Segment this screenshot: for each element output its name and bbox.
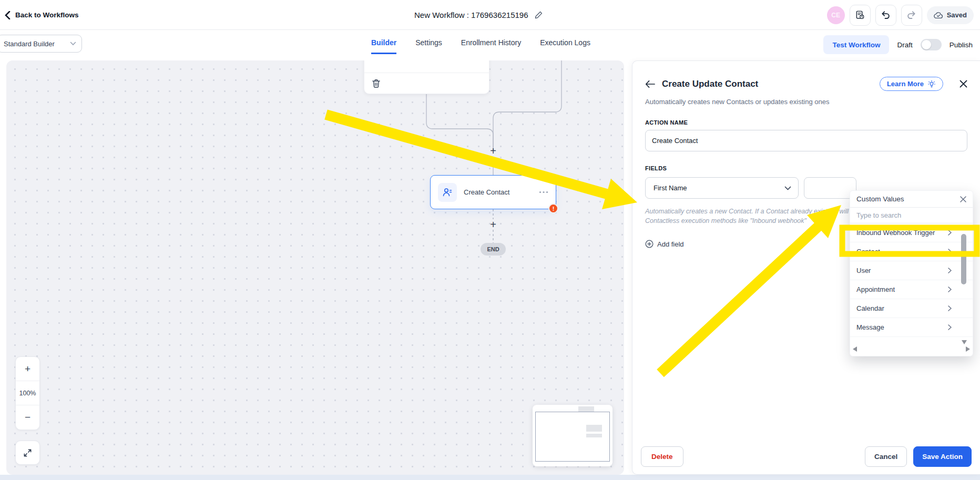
zoom-out-button[interactable]: − xyxy=(16,405,39,430)
back-arrow-icon[interactable] xyxy=(645,80,655,88)
document-clock-icon xyxy=(855,10,865,20)
sub-bar-right: Test Workflow Draft Publish xyxy=(823,30,973,59)
menu-item-label: Inbound Webhook Trigger xyxy=(856,229,935,237)
action-name-input[interactable] xyxy=(645,130,967,151)
back-label: Back to Workflows xyxy=(15,11,79,19)
menu-item-label: Contact xyxy=(856,248,880,256)
top-bar: Back to Workflows New Workflow : 1769636… xyxy=(0,0,980,30)
chevron-right-icon xyxy=(948,305,952,311)
menu-item-calendar[interactable]: Calendar xyxy=(850,299,973,318)
undo-button[interactable] xyxy=(875,5,896,26)
menu-item-label: Calendar xyxy=(856,304,884,312)
chevron-right-icon xyxy=(948,249,952,254)
save-action-button[interactable]: Save Action xyxy=(913,446,972,467)
fit-view-button[interactable] xyxy=(15,441,40,465)
node-label: Create Contact xyxy=(464,188,509,196)
search-input[interactable] xyxy=(856,211,966,219)
panel-header: Create Update Contact Learn More xyxy=(645,77,967,91)
close-icon xyxy=(959,80,967,88)
create-contact-node[interactable]: Create Contact ! xyxy=(430,175,556,209)
delete-button[interactable]: Delete xyxy=(641,446,683,467)
edit-pencil-icon[interactable] xyxy=(535,11,543,19)
scroll-down-arrow[interactable] xyxy=(962,340,967,344)
draft-label: Draft xyxy=(897,41,912,49)
tab-builder[interactable]: Builder xyxy=(371,30,396,54)
tab-settings[interactable]: Settings xyxy=(415,30,442,54)
panel-title: Create Update Contact xyxy=(662,79,758,89)
publish-toggle[interactable] xyxy=(921,39,942,50)
minimap[interactable] xyxy=(533,405,612,466)
top-right-actions: CE Saved xyxy=(827,0,974,30)
scroll-up-arrow[interactable] xyxy=(962,226,967,230)
horizontal-scrollbar[interactable] xyxy=(853,346,970,352)
connector-lines xyxy=(6,60,624,475)
menu-item-inbound-webhook-trigger[interactable]: Inbound Webhook Trigger xyxy=(850,223,973,242)
vertical-scrollbar[interactable] xyxy=(961,226,967,344)
menu-item-user[interactable]: User xyxy=(850,261,973,280)
zoom-level: 100% xyxy=(16,381,39,405)
more-options-icon[interactable] xyxy=(539,191,548,193)
learn-more-label: Learn More xyxy=(887,80,924,88)
toggle-knob xyxy=(922,40,931,49)
panel-description: Automatically creates new Contacts or up… xyxy=(645,98,967,106)
tab-execution-logs[interactable]: Execution Logs xyxy=(540,30,590,54)
add-field-label: Add field xyxy=(657,240,684,248)
chevron-left-icon xyxy=(4,11,11,19)
test-workflow-button[interactable]: Test Workflow xyxy=(823,35,889,54)
delete-node-menu-item[interactable] xyxy=(364,73,489,94)
add-action-button-bottom[interactable]: + xyxy=(488,219,498,230)
close-panel-button[interactable] xyxy=(959,80,967,88)
custom-values-header: Custom Values xyxy=(850,191,973,207)
action-name-label: ACTION NAME xyxy=(645,119,967,126)
undo-icon xyxy=(881,11,891,19)
node-context-menu xyxy=(364,60,489,94)
workflow-canvas[interactable]: + Create Contact ! + END + 100% − xyxy=(6,60,624,475)
redo-button[interactable] xyxy=(901,5,922,26)
lightbulb-icon xyxy=(927,80,936,88)
field-name-value: First Name xyxy=(654,184,687,192)
saved-status-badge: Saved xyxy=(927,6,974,24)
sub-bar: Standard Builder Builder Settings Enroll… xyxy=(0,30,980,59)
zoom-in-button[interactable]: + xyxy=(16,357,39,381)
add-field-button[interactable]: Add field xyxy=(645,240,684,248)
builder-mode-value: Standard Builder xyxy=(4,40,55,48)
chevron-right-icon xyxy=(948,287,952,292)
workflow-title: New Workflow : 1769636215196 xyxy=(414,11,528,19)
menu-item-appointment[interactable]: Appointment xyxy=(850,280,973,299)
builder-mode-select[interactable]: Standard Builder xyxy=(0,35,82,53)
scroll-left-arrow[interactable] xyxy=(853,346,857,352)
custom-values-title: Custom Values xyxy=(856,195,904,203)
custom-values-popup: Custom Values Inbound Webhook Trigger Co… xyxy=(850,190,973,356)
menu-item-message[interactable]: Message xyxy=(850,318,973,337)
end-node: END xyxy=(481,243,506,256)
scrollbar-thumb[interactable] xyxy=(961,234,966,284)
learn-more-button[interactable]: Learn More xyxy=(880,77,943,91)
avatar[interactable]: CE xyxy=(827,6,845,24)
chevron-right-icon xyxy=(948,324,952,330)
chevron-right-icon xyxy=(948,230,952,236)
fields-label: FIELDS xyxy=(645,165,967,171)
panel-footer: Delete Cancel Save Action xyxy=(641,446,972,467)
scroll-right-arrow[interactable] xyxy=(966,346,970,352)
contact-icon xyxy=(442,187,453,198)
saved-label: Saved xyxy=(947,11,967,19)
back-to-workflows-link[interactable]: Back to Workflows xyxy=(4,0,79,30)
version-history-button[interactable] xyxy=(850,5,871,26)
chevron-right-icon xyxy=(948,268,952,273)
add-action-button-top[interactable]: + xyxy=(488,146,498,156)
menu-item-contact[interactable]: Contact xyxy=(850,242,973,261)
cancel-button[interactable]: Cancel xyxy=(865,446,907,467)
field-name-select[interactable]: First Name xyxy=(645,177,799,199)
tab-enrollment-history[interactable]: Enrollment History xyxy=(461,30,521,54)
close-icon[interactable] xyxy=(960,196,966,202)
chevron-down-icon xyxy=(784,186,791,190)
node-icon-box xyxy=(438,183,457,202)
node-error-badge: ! xyxy=(548,203,558,213)
workflow-title-wrap: New Workflow : 1769636215196 xyxy=(414,0,543,30)
field-value-input[interactable] xyxy=(804,177,856,199)
page-bottom-strip xyxy=(0,475,980,480)
zoom-controls: + 100% − xyxy=(15,356,40,430)
custom-values-search xyxy=(850,207,973,223)
publish-label: Publish xyxy=(950,41,973,49)
expand-icon xyxy=(23,448,32,457)
